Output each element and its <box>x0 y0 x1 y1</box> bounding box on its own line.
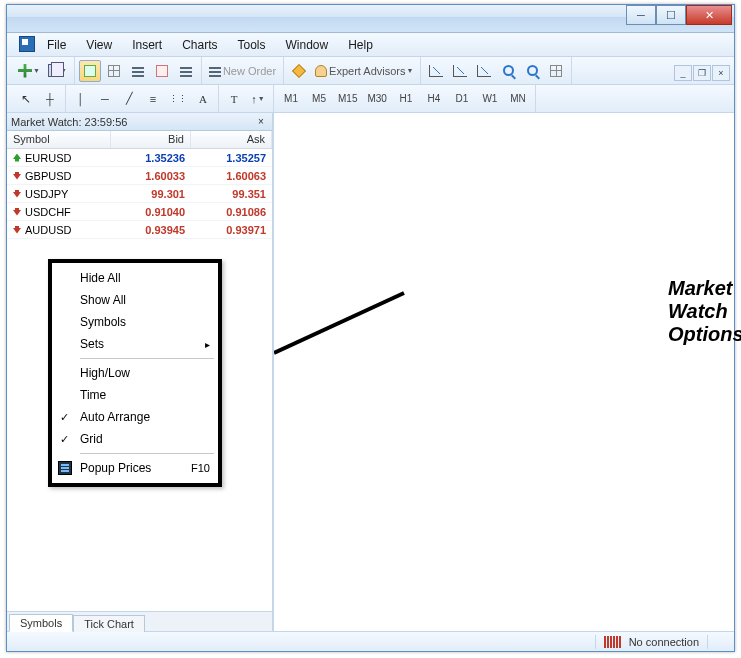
chart-icon <box>453 65 467 77</box>
chart-line-button[interactable] <box>473 60 495 82</box>
annotation-line <box>274 113 734 613</box>
timeframe-mn[interactable]: MN <box>505 89 531 109</box>
chart-candles-button[interactable] <box>449 60 471 82</box>
tab-symbols[interactable]: Symbols <box>9 614 73 632</box>
mdi-minimize-button[interactable]: _ <box>674 65 692 81</box>
menu-insert[interactable]: Insert <box>122 34 172 56</box>
timeframe-m15[interactable]: M15 <box>334 89 361 109</box>
market-watch-button[interactable] <box>79 60 101 82</box>
channel-button[interactable]: ≡ <box>142 88 164 110</box>
panel-icon <box>156 65 168 77</box>
toolbar-draw: ↖ ┼ │ ─ ╱ ≡ ⋮⋮ A T ↑▼ M1M5M15M30H1H4D1W1… <box>7 85 734 113</box>
timeframe-m1[interactable]: M1 <box>278 89 304 109</box>
grid-icon <box>108 65 120 77</box>
chart-bars-button[interactable] <box>425 60 447 82</box>
market-watch-title: Market Watch: 23:59:56 <box>11 116 127 128</box>
cm-time[interactable]: Time <box>52 384 218 406</box>
expert-advisors-button[interactable]: Expert Advisors▼ <box>312 60 416 82</box>
cm-separator <box>80 453 214 454</box>
cm-popup-prices[interactable]: Popup Prices F10 <box>52 457 218 479</box>
tab-tick-chart[interactable]: Tick Chart <box>73 615 145 632</box>
copy-icon <box>48 64 59 77</box>
navigator-button[interactable] <box>127 60 149 82</box>
timeframe-w1[interactable]: W1 <box>477 89 503 109</box>
cm-show-all[interactable]: Show All <box>52 289 218 311</box>
crosshair-button[interactable]: ┼ <box>39 88 61 110</box>
annotation-label: Market Watch Options <box>668 277 741 346</box>
arrows-button[interactable]: ↑▼ <box>247 88 269 110</box>
data-window-button[interactable] <box>103 60 125 82</box>
zoom-in-icon <box>503 65 514 76</box>
tick-up-icon <box>13 154 21 162</box>
table-row[interactable]: USDJPY99.30199.351 <box>7 185 272 203</box>
horizontal-line-button[interactable]: ─ <box>94 88 116 110</box>
timeframe-m30[interactable]: M30 <box>363 89 390 109</box>
menu-window[interactable]: Window <box>276 34 339 56</box>
market-watch-panel: Market Watch: 23:59:56 × Symbol Bid Ask … <box>7 113 274 631</box>
market-watch-table: Symbol Bid Ask EURUSD1.352361.35257GBPUS… <box>7 131 272 239</box>
terminal-button[interactable] <box>151 60 173 82</box>
menu-tools[interactable]: Tools <box>228 34 276 56</box>
timeframe-d1[interactable]: D1 <box>449 89 475 109</box>
maximize-button[interactable]: ☐ <box>656 5 686 25</box>
menu-view[interactable]: View <box>76 34 122 56</box>
close-button[interactable]: ✕ <box>686 5 732 25</box>
minimize-button[interactable]: ─ <box>626 5 656 25</box>
vertical-line-button[interactable]: │ <box>70 88 92 110</box>
text-button[interactable]: A <box>192 88 214 110</box>
chart-icon <box>429 65 443 77</box>
list-icon <box>132 65 144 77</box>
table-row[interactable]: GBPUSD1.600331.60063 <box>7 167 272 185</box>
text-label-button[interactable]: T <box>223 88 245 110</box>
col-bid[interactable]: Bid <box>111 131 191 148</box>
tick-down-icon <box>13 190 21 198</box>
zoom-out-button[interactable] <box>521 60 543 82</box>
menu-help[interactable]: Help <box>338 34 383 56</box>
new-order-button[interactable]: New Order <box>206 60 279 82</box>
timeframe-m5[interactable]: M5 <box>306 89 332 109</box>
cm-grid[interactable]: Grid <box>52 428 218 450</box>
cm-auto-arrange[interactable]: Auto Arrange <box>52 406 218 428</box>
cm-hide-all[interactable]: Hide All <box>52 267 218 289</box>
timeframe-h1[interactable]: H1 <box>393 89 419 109</box>
strategy-tester-button[interactable] <box>175 60 197 82</box>
plus-icon <box>18 64 32 78</box>
zoom-out-icon <box>527 65 538 76</box>
market-watch-close-button[interactable]: × <box>254 115 268 129</box>
market-watch-context-menu: Hide All Show All Symbols Sets High/Low … <box>48 259 222 487</box>
metaeditor-button[interactable] <box>288 60 310 82</box>
market-watch-header: Market Watch: 23:59:56 × <box>7 113 272 131</box>
cm-sets[interactable]: Sets <box>52 333 218 355</box>
zoom-in-button[interactable] <box>497 60 519 82</box>
col-ask[interactable]: Ask <box>191 131 272 148</box>
cm-symbols[interactable]: Symbols <box>52 311 218 333</box>
connection-status: No connection <box>629 636 699 648</box>
chart-area[interactable]: Market Watch Options <box>274 113 734 631</box>
list-icon <box>180 65 192 77</box>
profiles-button[interactable]: ▼ <box>45 60 70 82</box>
statusbar: No connection <box>7 631 734 651</box>
trendline-button[interactable]: ╱ <box>118 88 140 110</box>
grid-icon <box>550 65 562 77</box>
panel-icon <box>84 65 96 77</box>
menu-file[interactable]: File <box>37 34 76 56</box>
auto-scroll-button[interactable] <box>545 60 567 82</box>
new-chart-button[interactable]: ▼ <box>15 60 43 82</box>
mdi-close-button[interactable]: × <box>712 65 730 81</box>
col-symbol[interactable]: Symbol <box>7 131 111 148</box>
table-row[interactable]: AUDUSD0.939450.93971 <box>7 221 272 239</box>
cursor-button[interactable]: ↖ <box>15 88 37 110</box>
table-row[interactable]: USDCHF0.910400.91086 <box>7 203 272 221</box>
app-icon <box>19 36 35 52</box>
table-row[interactable]: EURUSD1.352361.35257 <box>7 149 272 167</box>
cm-high-low[interactable]: High/Low <box>52 362 218 384</box>
menu-charts[interactable]: Charts <box>172 34 227 56</box>
timeframe-h4[interactable]: H4 <box>421 89 447 109</box>
svg-line-0 <box>274 293 404 353</box>
fibo-button[interactable]: ⋮⋮ <box>166 88 190 110</box>
order-icon <box>209 65 221 77</box>
cm-separator <box>80 358 214 359</box>
diamond-icon <box>292 63 306 77</box>
menubar: File View Insert Charts Tools Window Hel… <box>7 33 734 57</box>
mdi-restore-button[interactable]: ❐ <box>693 65 711 81</box>
